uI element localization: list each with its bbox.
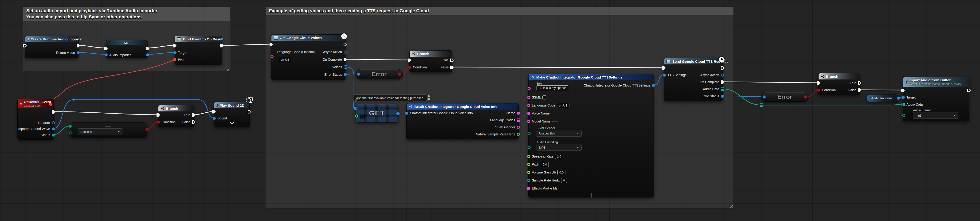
target-pin[interactable] <box>902 96 905 99</box>
tts-settings-pin[interactable] <box>663 73 666 76</box>
node-get-google-cloud-voices[interactable]: Get Google Cloud Voices Language Code (O… <box>271 34 345 80</box>
node-branch-3[interactable]: Branch True ConditionFalse <box>818 73 860 95</box>
text-pin[interactable] <box>528 87 531 90</box>
audio-importer-out-pin[interactable] <box>146 53 149 56</box>
language-codes-array-pin[interactable] <box>517 119 520 122</box>
error-status-pin[interactable] <box>721 95 724 98</box>
sample-rate-input[interactable]: 0 <box>561 178 566 183</box>
exec-in-pin[interactable] <box>408 59 411 62</box>
condition-pin[interactable] <box>408 66 411 69</box>
condition-pin[interactable] <box>817 89 820 92</box>
comment-bubble-icon[interactable] <box>427 98 430 101</box>
bubble-controls[interactable] <box>427 95 430 101</box>
ssml-checkbox[interactable] <box>542 95 546 99</box>
audio-format-dropdown[interactable]: mp3 <box>913 112 958 119</box>
language-code-input[interactable]: en-US <box>557 103 570 108</box>
exec-in-pin[interactable] <box>212 110 216 114</box>
pin-icon[interactable] <box>427 95 430 98</box>
speaking-rate-input[interactable]: 1.0 <box>555 154 563 159</box>
volume-gain-input[interactable]: 0.0 <box>557 170 565 175</box>
enum-value-dropdown[interactable]: Success <box>78 128 123 135</box>
exec-in-pin[interactable] <box>270 43 273 46</box>
node-onresult-custom-event[interactable]: OnResult_EventCustom Event Importer Impo… <box>18 99 54 140</box>
voice-info-in-pin[interactable] <box>405 112 408 115</box>
node-break-voice-info[interactable]: Break Chatbot Integrator Google Cloud Vo… <box>406 103 519 140</box>
voice-name-pin[interactable] <box>527 112 530 115</box>
pitch-input[interactable]: 0.0 <box>541 162 549 167</box>
node-get-audio-importer[interactable]: Audio Importer <box>866 94 899 102</box>
error-in-pin[interactable] <box>357 73 360 76</box>
status-pin[interactable] <box>52 134 55 137</box>
audio-data-array-pin[interactable] <box>721 87 724 91</box>
node-make-tts-settings[interactable]: Make Chatbot Integrator Google Cloud TTS… <box>528 74 654 197</box>
volume-gain-pin[interactable] <box>527 171 530 174</box>
speaking-rate-pin[interactable] <box>527 155 530 158</box>
audio-format-pin[interactable] <box>902 114 905 117</box>
model-name-pin[interactable] <box>527 120 530 123</box>
language-code-input[interactable]: en-US <box>279 57 291 62</box>
ssml-gender-pin[interactable] <box>528 132 531 135</box>
reroute-node[interactable] <box>72 99 75 101</box>
importer-pin[interactable] <box>52 121 55 124</box>
audio-importer-in-pin[interactable] <box>105 53 108 56</box>
return-value-pin[interactable] <box>76 51 80 54</box>
node-error-collapsed-1[interactable]: Error <box>356 69 402 79</box>
node-comment-bubble[interactable]: Use the first available voice for testin… <box>353 94 427 101</box>
audio-encoding-pin[interactable] <box>528 146 531 149</box>
node-equal-enum[interactable]: == Success <box>70 122 147 138</box>
equal-input-b-pin[interactable] <box>69 132 72 135</box>
natural-sample-rate-pin[interactable] <box>517 133 520 136</box>
exec-in-pin[interactable] <box>173 44 177 48</box>
async-action-pin[interactable] <box>344 51 347 54</box>
equal-input-a-pin[interactable] <box>68 125 72 128</box>
effects-profile-array-pin[interactable] <box>527 187 530 190</box>
language-code-pin[interactable] <box>527 104 530 107</box>
event-delegate-pin[interactable] <box>173 58 176 61</box>
exec-in-pin[interactable] <box>104 47 108 50</box>
delegate-out-pin[interactable] <box>49 103 52 106</box>
node-error-collapsed-2[interactable]: Error <box>761 92 808 102</box>
exec-in-pin[interactable] <box>23 44 27 48</box>
node-play-sound-2d[interactable]: f Play Sound 2D Sound <box>214 102 250 127</box>
value-out-pin[interactable] <box>897 97 900 100</box>
pitch-pin[interactable] <box>527 163 530 166</box>
node-bind-event-to-on-result[interactable]: Bind Event to On Result Target Event <box>175 36 222 65</box>
sound-pin[interactable] <box>213 117 216 120</box>
equal-result-pin[interactable] <box>145 128 148 131</box>
async-action-pin[interactable] <box>721 73 724 76</box>
index-pin[interactable] <box>355 114 358 118</box>
blueprint-canvas[interactable]: Set up audio import and playback via Run… <box>0 0 980 221</box>
exec-in-pin[interactable] <box>817 81 820 85</box>
condition-pin[interactable] <box>157 121 160 124</box>
node-set-audio-importer[interactable]: SET Audio Importer <box>106 40 148 58</box>
error-out-pin[interactable] <box>804 95 807 99</box>
ssml-gender-dropdown[interactable]: Unspecified <box>536 130 582 137</box>
exec-in-pin[interactable] <box>901 89 905 92</box>
error-in-pin[interactable] <box>763 95 766 99</box>
index-input[interactable]: 0 <box>360 115 365 119</box>
sample-rate-pin[interactable] <box>527 179 530 182</box>
ssml-gender-pin[interactable] <box>517 126 520 129</box>
text-input[interactable]: Hi, this is my speech <box>536 85 568 90</box>
node-array-get[interactable]: GET 0 <box>356 104 398 122</box>
target-pin[interactable] <box>173 51 177 54</box>
error-status-pin[interactable] <box>344 73 347 76</box>
node-create-runtime-audio-importer[interactable]: f Create Runtime Audio Importer Return V… <box>25 36 78 58</box>
name-pin[interactable] <box>517 112 520 115</box>
ssml-pin[interactable] <box>527 96 530 99</box>
audio-data-array-pin[interactable] <box>902 103 905 106</box>
audio-encoding-dropdown[interactable]: MP3 <box>536 144 582 151</box>
node-import-audio-from-buffer[interactable]: f Import Audio from BufferTarget is Runt… <box>903 77 969 121</box>
exec-in-pin[interactable] <box>662 66 666 70</box>
error-out-pin[interactable] <box>398 73 401 76</box>
voices-array-pin[interactable] <box>344 65 347 68</box>
node-branch-1[interactable]: Branch True ConditionFalse <box>158 105 194 127</box>
collapse-chevron-icon[interactable] <box>591 193 592 197</box>
tts-settings-out-pin[interactable] <box>652 84 655 87</box>
array-in-pin[interactable] <box>354 107 358 110</box>
node-send-tts-request[interactable]: Send Google Cloud TTS Request TTS Settin… <box>664 58 723 101</box>
node-branch-2[interactable]: Branch True ConditionFalse <box>409 50 452 72</box>
exec-in-pin[interactable] <box>156 113 160 117</box>
model-name-input[interactable] <box>552 121 558 122</box>
imported-sound-wave-pin[interactable] <box>52 127 55 130</box>
